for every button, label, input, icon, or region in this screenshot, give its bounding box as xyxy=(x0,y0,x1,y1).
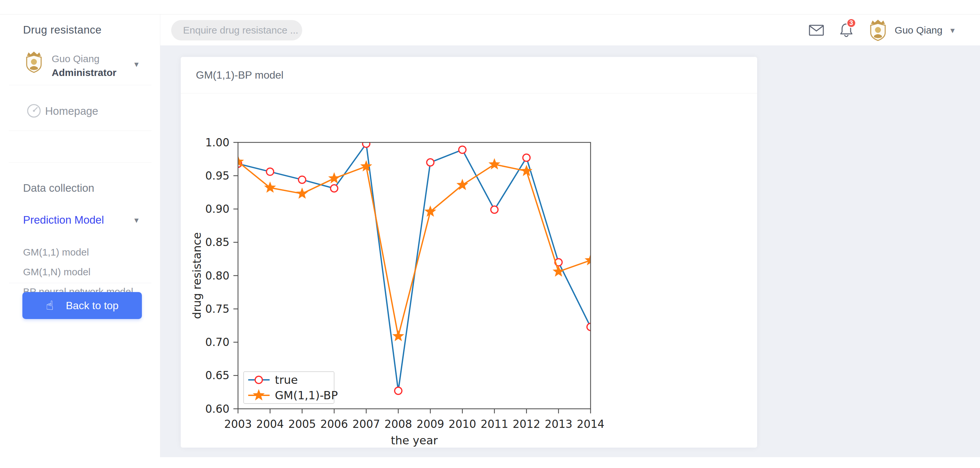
svg-text:2003: 2003 xyxy=(224,418,252,430)
svg-text:2012: 2012 xyxy=(512,418,540,430)
chart-svg: 0.600.650.700.750.800.850.900.951.002003… xyxy=(181,93,757,447)
svg-text:2014: 2014 xyxy=(577,418,605,430)
svg-text:2004: 2004 xyxy=(256,418,284,430)
notification-badge: 3 xyxy=(846,18,856,28)
mail-icon xyxy=(809,24,824,36)
model-card: GM(1,1)-BP model 0.600.650.700.750.800.8… xyxy=(181,57,757,447)
svg-text:the year: the year xyxy=(391,434,438,447)
svg-text:0.75: 0.75 xyxy=(205,303,229,316)
svg-text:0.65: 0.65 xyxy=(205,369,229,382)
chevron-down-icon[interactable]: ▾ xyxy=(134,60,138,68)
header-actions: 3 Guo Qiang ▾ xyxy=(809,19,955,41)
svg-text:2006: 2006 xyxy=(320,418,348,430)
legend-label: true xyxy=(275,373,298,386)
user-name: Guo Qiang xyxy=(895,25,942,36)
sidebar-user-card: Guo Qiang Administrator ▾ xyxy=(0,45,160,85)
card-title: GM(1,1)-BP model xyxy=(196,57,283,93)
content-area: GM(1,1)-BP model 0.600.650.700.750.800.8… xyxy=(160,45,980,457)
sidebar-item-data-collection[interactable]: Data collection xyxy=(0,182,160,194)
mail-button[interactable] xyxy=(809,24,824,36)
sidebar-item-homepage[interactable]: Homepage xyxy=(0,103,160,121)
svg-text:2013: 2013 xyxy=(545,418,573,430)
svg-text:0.70: 0.70 xyxy=(205,336,229,349)
divider xyxy=(9,283,151,283)
svg-text:0.60: 0.60 xyxy=(205,403,229,416)
avatar xyxy=(25,51,43,73)
divider xyxy=(9,85,151,85)
sidebar-subitem-gm1n-model[interactable]: GM(1,N) model xyxy=(23,267,91,278)
sidebar-user-name: Guo Qiang xyxy=(52,53,99,65)
avatar xyxy=(869,19,887,41)
sidebar-subitem-gm11-model[interactable]: GM(1,1) model xyxy=(23,247,89,258)
chevron-down-icon: ▾ xyxy=(950,26,955,35)
app-header: Drug resistance Enquire drug resistance … xyxy=(0,14,980,46)
user-menu[interactable]: Guo Qiang ▾ xyxy=(869,19,955,41)
svg-text:2008: 2008 xyxy=(385,418,412,430)
divider xyxy=(9,162,151,163)
sidebar-item-label: Prediction Model xyxy=(23,214,104,226)
svg-text:0.85: 0.85 xyxy=(205,236,229,249)
svg-text:2007: 2007 xyxy=(352,418,380,430)
brand-box: Drug resistance xyxy=(0,14,160,46)
chevron-down-icon: ▾ xyxy=(134,216,138,224)
notifications-button[interactable]: 3 xyxy=(839,23,854,38)
dashboard-icon xyxy=(26,103,41,118)
svg-text:drug resistance: drug resistance xyxy=(190,232,204,319)
divider xyxy=(9,130,151,131)
legend-label: GM(1,1)-BP xyxy=(275,389,338,402)
svg-text:1.00: 1.00 xyxy=(205,136,229,149)
svg-text:2005: 2005 xyxy=(288,418,316,430)
svg-text:0.90: 0.90 xyxy=(205,203,229,216)
sidebar-user-role: Administrator xyxy=(52,67,116,78)
back-to-top-label: Back to top xyxy=(66,300,119,312)
search-input[interactable]: Enquire drug resistance ... xyxy=(171,20,302,40)
app-title: Drug resistance xyxy=(23,24,102,36)
pointing-hand-icon: ☝ xyxy=(46,298,53,313)
svg-text:2009: 2009 xyxy=(417,418,444,430)
search-placeholder: Enquire drug resistance ... xyxy=(183,25,298,36)
svg-text:2011: 2011 xyxy=(480,418,508,430)
sidebar-item-label: Homepage xyxy=(45,105,98,117)
svg-text:2010: 2010 xyxy=(449,418,476,430)
back-to-top-button[interactable]: ☝ Back to top xyxy=(22,292,142,319)
sidebar: Guo Qiang Administrator ▾ Homepage Data … xyxy=(0,45,160,457)
svg-text:0.95: 0.95 xyxy=(205,170,229,182)
svg-text:0.80: 0.80 xyxy=(205,269,229,282)
